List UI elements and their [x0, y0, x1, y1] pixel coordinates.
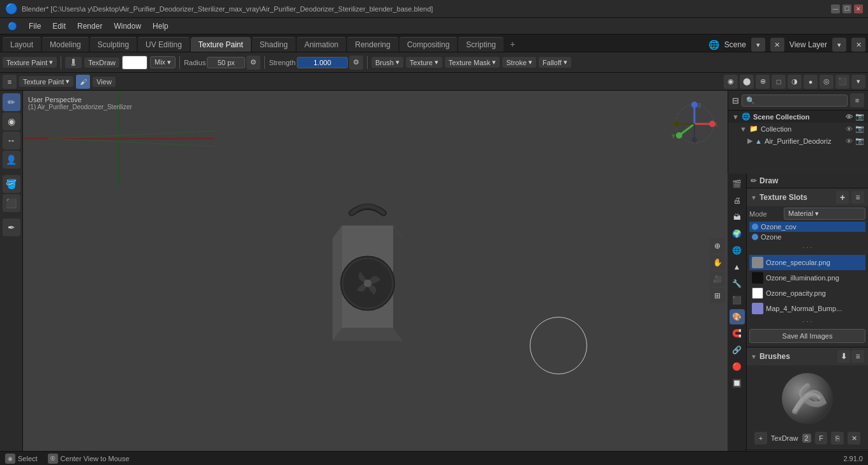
brush-delete-button[interactable]: ✕ — [848, 432, 860, 445]
obj-data-props-icon[interactable]: 🔲 — [730, 376, 745, 391]
tab-rendering[interactable]: Rendering — [347, 37, 398, 52]
mode-dropdown-button[interactable]: Texture Paint ▾ — [3, 57, 57, 68]
world-props-icon[interactable]: 🌐 — [730, 243, 745, 258]
object-props-icon[interactable]: ▲ — [730, 259, 745, 275]
tex-slot-0[interactable]: Ozone_specular.png — [749, 255, 865, 270]
scene-dropdown-button[interactable]: ▾ — [751, 38, 765, 52]
modifier-props-icon[interactable]: 🔧 — [730, 276, 745, 291]
tex-slot-1[interactable]: Ozone_illumination.png — [749, 270, 865, 286]
render-props-icon[interactable]: 🎬 — [730, 176, 745, 192]
texture-mask-dropdown-button[interactable]: Texture Mask ▾ — [445, 57, 500, 68]
outliner-filter-icon[interactable]: ≡ — [850, 93, 864, 107]
object-eye-icon[interactable]: 👁 — [846, 137, 853, 145]
clone-tool-button[interactable]: 👤 — [3, 151, 20, 169]
collection-eye-icon[interactable]: 👁 — [846, 125, 853, 133]
shading-props-icon[interactable]: 🔴 — [730, 359, 745, 374]
scene-collection-render-icon[interactable]: 📷 — [855, 112, 864, 121]
annotate-tool-button[interactable]: ✒ — [3, 218, 20, 236]
camera-button[interactable]: 🎥 — [710, 271, 725, 287]
tex-slot-2[interactable]: Ozone_opacity.png — [749, 286, 865, 301]
soften-tool-button[interactable]: ◉ — [3, 112, 20, 130]
workspace-settings-icon[interactable]: 🌐 — [708, 40, 719, 50]
texture-slots-options-button[interactable]: ≡ — [851, 191, 864, 204]
add-texture-slot-button[interactable]: + — [836, 191, 849, 204]
outliner-search[interactable]: 🔍 — [742, 95, 848, 107]
material-props-icon[interactable]: 🎨 — [730, 309, 745, 324]
blend-mode-dropdown[interactable]: Mix ▾ — [150, 56, 176, 68]
menu-edit[interactable]: Edit — [47, 20, 71, 32]
constraint-props-icon[interactable]: 🔗 — [730, 342, 745, 358]
menu-blender[interactable]: 🔵 — [3, 20, 22, 32]
tab-sculpting[interactable]: Sculpting — [90, 37, 137, 52]
tab-scripting[interactable]: Scripting — [458, 37, 504, 52]
menu-file[interactable]: File — [24, 20, 46, 32]
view-layer-props-icon[interactable]: 🏔 — [730, 210, 745, 225]
draw-tool-button[interactable]: ✏ — [3, 93, 20, 111]
collection-row[interactable]: ▼ 📁 Collection 👁 📷 — [728, 123, 868, 135]
view-layer-options-icon[interactable]: ✕ — [851, 38, 865, 52]
menu-window[interactable]: Window — [108, 20, 146, 32]
smear-tool-button[interactable]: ↔ — [3, 132, 20, 149]
brush-name-button[interactable]: TexDraw — [84, 57, 119, 68]
header-icon-2[interactable]: 🖌 — [76, 75, 90, 89]
object-row[interactable]: ▶ ▲ Air_Purifier_Deodoriz 👁 📷 — [728, 135, 868, 147]
viewport-shading-icon-3[interactable]: ◑ — [788, 75, 802, 89]
strength-options-icon[interactable]: ⚙ — [349, 56, 363, 70]
fill-tool-button[interactable]: 🪣 — [3, 175, 20, 193]
grid-view-button[interactable]: ⊞ — [710, 288, 725, 303]
brushes-options-button[interactable]: ≡ — [851, 350, 864, 363]
viewport-shading-icon-2[interactable]: □ — [772, 75, 786, 89]
viewport-shading-icon-4[interactable]: ● — [804, 75, 818, 89]
material-slot-0[interactable]: Ozone_cov — [749, 222, 865, 232]
viewport-gizmo-icon[interactable]: ⊕ — [756, 75, 770, 89]
brush-type-icon-button[interactable] — [65, 57, 82, 68]
zoom-in-button[interactable]: ⊕ — [710, 238, 725, 254]
tab-shading[interactable]: Shading — [252, 37, 296, 52]
output-props-icon[interactable]: 🖨 — [730, 193, 745, 208]
menu-help[interactable]: Help — [147, 20, 174, 32]
brush-dropdown-button[interactable]: Brush ▾ — [371, 57, 403, 68]
material-slot-1[interactable]: Ozone — [749, 232, 865, 242]
pan-button[interactable]: ✋ — [710, 255, 725, 270]
minimize-button[interactable]: — — [831, 4, 840, 13]
tab-texture-paint[interactable]: Texture Paint — [191, 37, 251, 52]
save-all-images-button[interactable]: Save All Images — [749, 329, 865, 343]
maximize-button[interactable]: ☐ — [842, 4, 851, 13]
brushes-section-header[interactable]: ▼ Brushes ⬇ ≡ — [747, 347, 868, 365]
close-button[interactable]: ✕ — [854, 4, 863, 13]
data-props-icon[interactable]: 🧲 — [730, 326, 745, 341]
mask-tool-button[interactable]: ⬛ — [3, 194, 20, 212]
object-render-icon[interactable]: 📷 — [855, 137, 864, 145]
header-icon-1[interactable]: ≡ — [3, 75, 17, 89]
falloff-dropdown-button[interactable]: Falloff ▾ — [539, 57, 571, 68]
color-picker[interactable] — [122, 56, 147, 70]
brush-copy-button[interactable]: ⎘ — [831, 432, 844, 445]
texture-slots-header[interactable]: ▼ Texture Slots + ≡ — [747, 188, 868, 206]
texture-dropdown-button[interactable]: Texture ▾ — [406, 57, 442, 68]
viewport-overlay-icon[interactable]: ⬤ — [740, 75, 754, 89]
brush-fake-user-button[interactable]: F — [815, 432, 828, 445]
scene-options-icon[interactable]: ✕ — [770, 38, 784, 52]
radius-input[interactable]: 50 px — [207, 57, 245, 68]
radius-options-icon[interactable]: ⚙ — [246, 56, 260, 70]
add-workspace-button[interactable]: + — [505, 36, 520, 52]
brush-add-button[interactable]: + — [754, 432, 767, 445]
view-layer-dropdown-button[interactable]: ▾ — [832, 38, 846, 52]
brushes-expand-all-button[interactable]: ⬇ — [837, 350, 850, 363]
viewport-extra-icon[interactable]: ▾ — [851, 75, 865, 89]
title-bar-controls[interactable]: — ☐ ✕ — [831, 4, 863, 13]
strength-input[interactable]: 1.000 — [297, 57, 348, 68]
scene-props-icon[interactable]: 🌍 — [730, 226, 745, 241]
mode2-button[interactable]: Texture Paint ▾ — [19, 76, 73, 87]
tab-animation[interactable]: Animation — [297, 37, 346, 52]
particles-props-icon[interactable]: ⬛ — [730, 293, 745, 308]
viewport-shading-icon-5[interactable]: ◎ — [819, 75, 834, 89]
tab-modeling[interactable]: Modeling — [42, 37, 89, 52]
tab-compositing[interactable]: Compositing — [400, 37, 458, 52]
stroke-dropdown-button[interactable]: Stroke ▾ — [502, 57, 536, 68]
menu-render[interactable]: Render — [72, 20, 107, 32]
viewport-shading-icon-1[interactable]: ◉ — [724, 75, 738, 89]
tab-layout[interactable]: Layout — [3, 37, 41, 52]
viewport-gizmo[interactable]: Z X Y — [669, 98, 720, 149]
brush-settings-header[interactable]: ▶ Brush Settings — [747, 450, 868, 451]
